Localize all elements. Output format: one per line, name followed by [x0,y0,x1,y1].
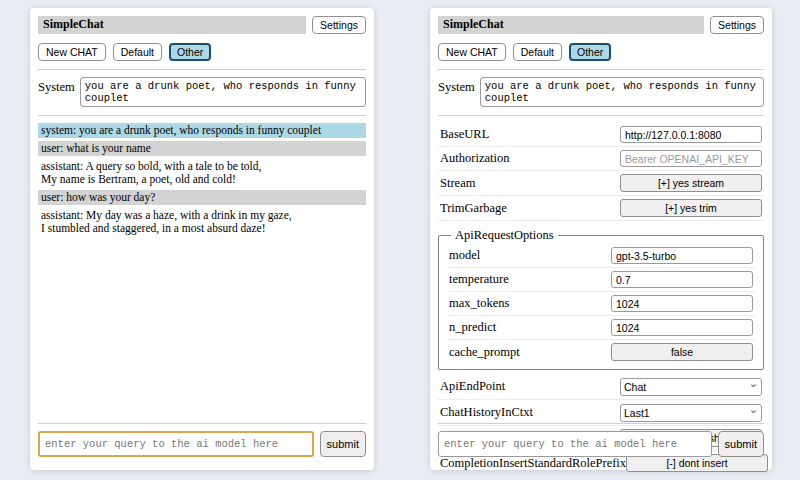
setting-row-n-predict: n_predict [447,316,755,340]
cache-prompt-label: cache_prompt [449,345,520,360]
chat-history-select-wrap: Last1 ⌄ [620,403,762,422]
app-title: SimpleChat [38,16,306,34]
query-input[interactable] [438,431,712,457]
window-header: SimpleChat Settings [438,16,764,34]
chat-message-assistant: assistant: A query so bold, with a tale … [38,159,366,187]
temperature-input[interactable] [611,271,753,288]
system-prompt-row: System you are a drunk poet, who respond… [38,77,366,107]
app-title: SimpleChat [438,16,704,34]
chat-message-user: user: how was your day? [38,190,366,205]
system-label: System [38,77,75,95]
window-header: SimpleChat Settings [38,16,366,34]
n-predict-input[interactable] [611,319,753,336]
authorization-label: Authorization [440,151,509,166]
query-area: submit [438,423,764,457]
divider [38,69,366,70]
settings-button[interactable]: Settings [312,16,366,34]
max-tokens-input[interactable] [611,295,753,312]
trimgarbage-label: TrimGarbage [440,201,507,216]
setting-row-authorization: Authorization [438,147,764,171]
settings-button[interactable]: Settings [710,16,764,34]
api-request-options-fieldset: ApiRequestOptions model temperature max_… [438,228,764,370]
setting-row-trimgarbage: TrimGarbage [+] yes trim [438,196,764,221]
setting-row-max-tokens: max_tokens [447,292,755,316]
new-chat-button[interactable]: New CHAT [38,43,106,61]
stream-label: Stream [440,176,475,191]
temperature-label: temperature [449,272,509,287]
chat-message-assistant: assistant: My day was a haze, with a dri… [38,208,366,236]
model-input[interactable] [611,247,753,264]
system-label: System [438,77,475,95]
api-endpoint-select-wrap: Chat ⌄ [620,377,762,396]
query-input[interactable] [38,431,314,457]
submit-button[interactable]: submit [320,431,366,457]
api-endpoint-label: ApiEndPoint [440,379,505,394]
chat-window: SimpleChat Settings New CHAT Default Oth… [30,8,374,470]
setting-row-model: model [447,244,755,268]
completion-insert-label: CompletionInsertStandardRolePrefix [440,456,626,471]
query-bar: submit [38,431,366,457]
system-prompt-textarea[interactable]: you are a drunk poet, who responds in fu… [480,77,764,107]
chat-message-user: user: what is your name [38,141,366,156]
session-toolbar: New CHAT Default Other [38,43,366,61]
session-default-button[interactable]: Default [113,43,162,61]
chat-message-list: system: you are a drunk poet, who respon… [38,123,366,236]
trimgarbage-toggle-button[interactable]: [+] yes trim [620,199,762,217]
setting-row-cache-prompt: cache_prompt false [447,340,755,364]
chat-history-select[interactable]: Last1 [620,404,762,422]
cache-prompt-toggle-button[interactable]: false [611,343,753,361]
system-prompt-row: System you are a drunk poet, who respond… [438,77,764,107]
divider [38,423,366,424]
setting-row-api-endpoint: ApiEndPoint Chat ⌄ [438,374,764,400]
max-tokens-label: max_tokens [449,296,509,311]
divider [438,423,764,424]
baseurl-input[interactable] [620,126,762,143]
api-endpoint-select[interactable]: Chat [620,378,762,396]
query-bar: submit [438,431,764,457]
system-prompt-textarea[interactable]: you are a drunk poet, who responds in fu… [80,77,366,107]
session-toolbar: New CHAT Default Other [438,43,764,61]
chat-history-label: ChatHistoryInCtxt [440,405,533,420]
n-predict-label: n_predict [449,320,496,335]
setting-row-baseurl: BaseURL [438,123,764,147]
submit-button[interactable]: submit [718,431,764,457]
divider [38,115,366,116]
api-request-options-legend: ApiRequestOptions [451,228,558,243]
query-area: submit [38,423,366,457]
stream-toggle-button[interactable]: [+] yes stream [620,174,762,192]
new-chat-button[interactable]: New CHAT [438,43,506,61]
settings-window: SimpleChat Settings New CHAT Default Oth… [430,8,772,470]
divider [438,115,764,116]
setting-row-stream: Stream [+] yes stream [438,171,764,196]
authorization-input[interactable] [620,150,762,167]
model-label: model [449,248,480,263]
setting-row-temperature: temperature [447,268,755,292]
session-default-button[interactable]: Default [513,43,562,61]
chat-message-system: system: you are a drunk poet, who respon… [38,123,366,138]
session-other-button[interactable]: Other [169,43,211,61]
session-other-button[interactable]: Other [569,43,611,61]
baseurl-label: BaseURL [440,127,489,142]
divider [438,69,764,70]
